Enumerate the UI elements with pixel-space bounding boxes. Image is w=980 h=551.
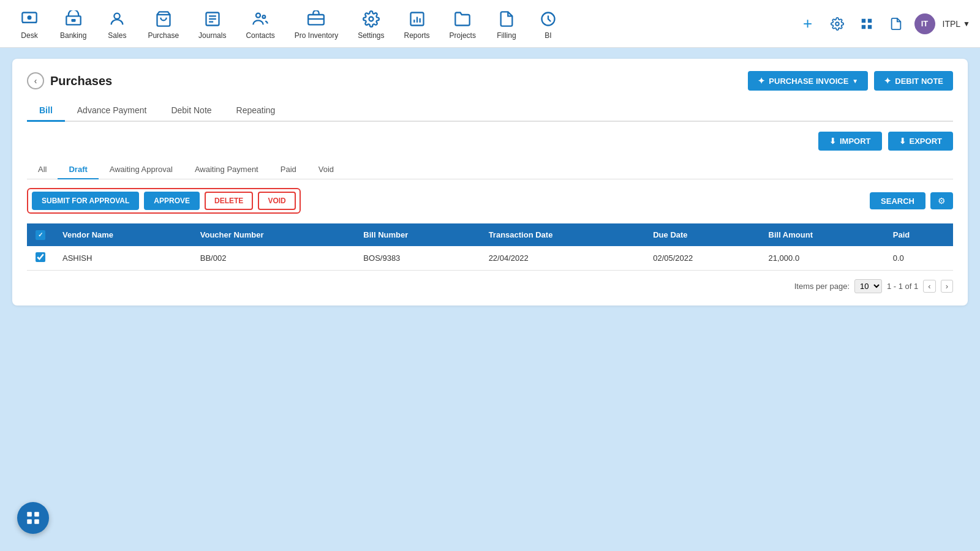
header-transaction-date: Transaction Date xyxy=(480,223,645,246)
prev-page-button[interactable]: ‹ xyxy=(923,280,935,293)
nav-item-settings[interactable]: Settings xyxy=(349,3,393,45)
add-button[interactable]: + xyxy=(797,13,819,35)
nav-item-banking[interactable]: Banking xyxy=(51,3,95,45)
page-header-right: ✦ PURCHASE INVOICE ▼ ✦ DEBIT NOTE xyxy=(748,71,953,91)
sub-tab-all[interactable]: All xyxy=(27,160,58,179)
nav-label-bi: BI xyxy=(545,31,551,40)
tab-repeating[interactable]: Repeating xyxy=(224,100,288,122)
header-bill-amount: Bill Amount xyxy=(760,223,884,246)
debit-note-button[interactable]: ✦ DEBIT NOTE xyxy=(874,71,953,91)
action-row: ⬇ IMPORT ⬇ EXPORT xyxy=(27,132,953,151)
main-area: ‹ Purchases ✦ PURCHASE INVOICE ▼ ✦ DEBIT… xyxy=(0,48,980,317)
journals-icon xyxy=(202,8,224,30)
nav-item-reports[interactable]: Reports xyxy=(396,3,439,45)
nav-item-contacts[interactable]: Contacts xyxy=(237,3,283,45)
delete-button[interactable]: DELETE xyxy=(205,192,253,210)
grid-button[interactable] xyxy=(856,13,878,35)
cell-bill-amount: 21,000.0 xyxy=(760,246,884,271)
nav-label-desk: Desk xyxy=(21,31,37,40)
tab-advance-payment[interactable]: Advance Payment xyxy=(65,100,159,122)
search-button[interactable]: SEARCH xyxy=(870,192,925,209)
approve-button[interactable]: APPROVE xyxy=(144,192,200,210)
header-voucher-number: Voucher Number xyxy=(192,223,355,246)
tab-debit-note[interactable]: Debit Note xyxy=(159,100,224,122)
page-header: ‹ Purchases ✦ PURCHASE INVOICE ▼ ✦ DEBIT… xyxy=(27,71,953,91)
cell-bill-number: BOS/9383 xyxy=(355,246,480,271)
desk-icon xyxy=(18,8,40,30)
back-button[interactable]: ‹ xyxy=(27,72,44,89)
page-header-left: ‹ Purchases xyxy=(27,72,112,89)
nav-items: Desk Banking Sales Purchase Journals xyxy=(10,3,797,45)
next-page-button[interactable]: › xyxy=(941,280,953,293)
cell-transaction-date: 22/04/2022 xyxy=(480,246,645,271)
submit-for-approval-button[interactable]: SUBMIT FOR APPROVAL xyxy=(32,192,139,210)
user-name-label[interactable]: ITPL ▼ xyxy=(943,19,970,29)
table-header-row: ✓ Vendor Name Voucher Number Bill Number… xyxy=(27,223,953,246)
sales-icon xyxy=(106,8,128,30)
sub-tab-awaiting-payment[interactable]: Awaiting Payment xyxy=(184,160,270,179)
reports-icon xyxy=(406,8,428,30)
cell-voucher-number: BB/002 xyxy=(192,246,355,271)
purchase-icon xyxy=(153,8,175,30)
nav-item-bi[interactable]: BI xyxy=(529,3,568,45)
nav-label-settings: Settings xyxy=(358,31,384,40)
svg-rect-19 xyxy=(867,18,871,22)
sub-tab-paid[interactable]: Paid xyxy=(270,160,307,179)
nav-item-purchase[interactable]: Purchase xyxy=(139,3,187,45)
header-vendor-name: Vendor Name xyxy=(54,223,192,246)
row-checkbox-col xyxy=(27,246,54,271)
content-card: ‹ Purchases ✦ PURCHASE INVOICE ▼ ✦ DEBIT… xyxy=(12,59,968,305)
nav-item-filling[interactable]: Filling xyxy=(487,3,526,45)
gear-button[interactable] xyxy=(826,13,848,35)
pagination-row: Items per page: 10 25 50 1 - 1 of 1 ‹ › xyxy=(27,279,953,293)
svg-rect-20 xyxy=(861,24,865,28)
svg-rect-22 xyxy=(27,512,32,517)
cell-paid: 0.0 xyxy=(884,246,953,271)
sub-tab-draft[interactable]: Draft xyxy=(58,160,98,179)
nav-item-desk[interactable]: Desk xyxy=(10,3,49,45)
svg-point-4 xyxy=(115,13,120,18)
nav-item-projects[interactable]: Projects xyxy=(441,3,484,45)
user-avatar[interactable]: IT xyxy=(914,13,935,34)
nav-item-sales[interactable]: Sales xyxy=(97,3,137,45)
document-button[interactable] xyxy=(885,13,907,35)
cell-vendor-name[interactable]: ASHISH xyxy=(54,246,192,271)
row-checkbox[interactable] xyxy=(36,252,45,262)
sub-tab-awaiting-approval[interactable]: Awaiting Approval xyxy=(99,160,184,179)
bulk-actions-row: SUBMIT FOR APPROVAL APPROVE DELETE VOID … xyxy=(27,188,953,214)
cell-due-date: 02/05/2022 xyxy=(644,246,760,271)
import-button[interactable]: ⬇ IMPORT xyxy=(818,132,882,151)
user-dropdown-arrow: ▼ xyxy=(963,20,970,28)
banking-icon xyxy=(62,8,85,30)
sub-tab-void[interactable]: Void xyxy=(307,160,345,179)
nav-label-reports: Reports xyxy=(404,31,430,40)
svg-rect-18 xyxy=(861,18,865,22)
pro-inventory-icon xyxy=(305,8,327,30)
import-icon: ⬇ xyxy=(829,137,836,146)
header-checkbox-col: ✓ xyxy=(27,223,54,246)
svg-point-14 xyxy=(369,17,373,21)
table-settings-button[interactable]: ⚙ xyxy=(930,192,953,209)
tab-bill[interactable]: Bill xyxy=(27,100,65,122)
export-button[interactable]: ⬇ EXPORT xyxy=(888,132,953,151)
nav-item-journals[interactable]: Journals xyxy=(190,3,235,45)
svg-point-10 xyxy=(256,13,260,17)
header-checkbox[interactable]: ✓ xyxy=(36,230,45,240)
nav-label-journals: Journals xyxy=(198,31,226,40)
purchase-invoice-dropdown-arrow: ▼ xyxy=(852,78,858,84)
nav-label-sales: Sales xyxy=(108,31,126,40)
items-per-page-select[interactable]: 10 25 50 xyxy=(854,279,882,293)
svg-rect-12 xyxy=(309,15,325,24)
purchase-invoice-button[interactable]: ✦ PURCHASE INVOICE ▼ xyxy=(748,71,868,91)
bi-icon xyxy=(537,8,559,30)
page-title: Purchases xyxy=(50,74,112,88)
items-per-page-label: Items per page: xyxy=(794,282,850,291)
floating-action-button[interactable] xyxy=(17,502,49,534)
nav-right: + IT ITPL ▼ xyxy=(797,13,970,35)
void-button[interactable]: VOID xyxy=(258,192,295,210)
nav-item-pro-inventory[interactable]: Pro Inventory xyxy=(286,3,347,45)
nav-label-pro-inventory: Pro Inventory xyxy=(295,31,338,40)
header-due-date: Due Date xyxy=(644,223,760,246)
header-bill-number: Bill Number xyxy=(355,223,480,246)
svg-rect-24 xyxy=(27,519,32,524)
